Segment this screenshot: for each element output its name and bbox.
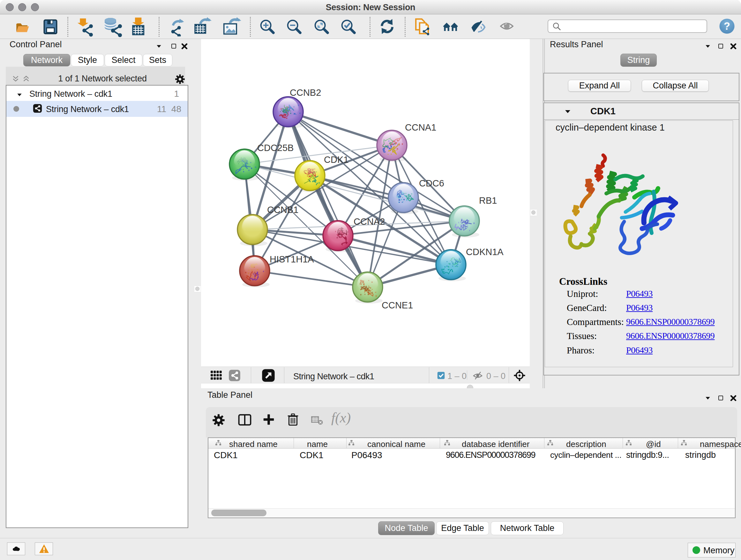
svg-text:CCNA1: CCNA1 xyxy=(405,122,436,132)
svg-text:?: ? xyxy=(724,20,730,32)
svg-text:HIST1H1A: HIST1H1A xyxy=(270,254,314,264)
svg-text:CDKN1A: CDKN1A xyxy=(466,247,503,257)
svg-text:CCNA2: CCNA2 xyxy=(354,216,385,227)
svg-text:CCNB1: CCNB1 xyxy=(267,205,298,215)
svg-text:CDK1: CDK1 xyxy=(324,154,348,165)
svg-text:RB1: RB1 xyxy=(479,195,497,206)
svg-text:CCNB2: CCNB2 xyxy=(290,87,321,98)
svg-text:CCNE1: CCNE1 xyxy=(382,300,413,310)
svg-text:CDC6: CDC6 xyxy=(419,178,444,188)
svg-text:CDC25B: CDC25B xyxy=(257,143,293,153)
